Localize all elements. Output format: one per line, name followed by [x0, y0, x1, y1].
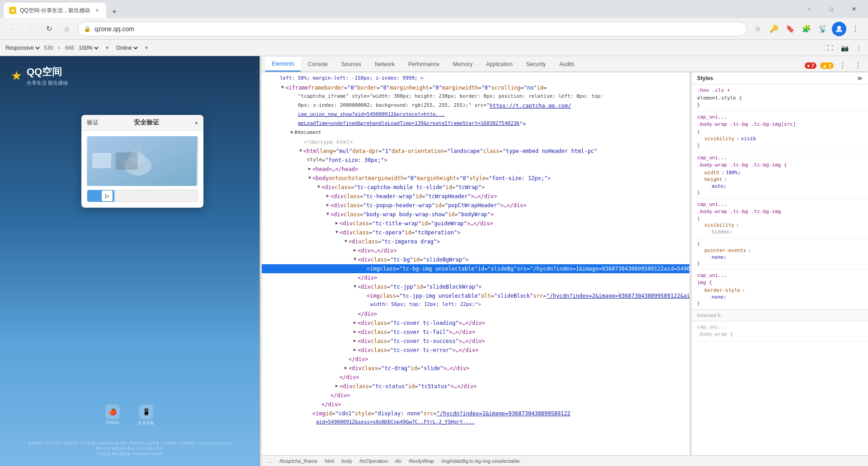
- html-tree-line[interactable]: left: 50%; margin-left: -150px; z-index:…: [262, 74, 689, 83]
- html-tree-line[interactable]: <head>…</head>: [262, 165, 689, 174]
- profile-button[interactable]: [832, 22, 846, 36]
- triangle-icon[interactable]: [334, 219, 340, 226]
- html-tree-line[interactable]: </div>: [262, 355, 689, 364]
- breadcrumb-item-html[interactable]: html: [325, 458, 334, 464]
- history-icon[interactable]: 🔑: [767, 22, 781, 36]
- devtools-tab-memory[interactable]: Memory: [447, 57, 479, 71]
- html-tree-line[interactable]: meLoadTime=undefined&prehandleLoadTime=1…: [262, 119, 689, 128]
- html-tree-line[interactable]: <div class="tc-bg" id="slideBgWrap">: [262, 255, 689, 264]
- triangle-icon[interactable]: [325, 210, 330, 217]
- triangle-icon[interactable]: [334, 382, 340, 389]
- tab-close-button[interactable]: ×: [94, 7, 101, 14]
- triangle-icon[interactable]: [343, 364, 349, 371]
- close-button[interactable]: ✕: [844, 2, 864, 16]
- reload-button[interactable]: ↻: [42, 22, 56, 36]
- zoom-selector[interactable]: 100%: [77, 44, 100, 52]
- html-tree-line[interactable]: <div class="tc-jpp" id="slideBlockWrap">: [262, 282, 689, 291]
- device-selector[interactable]: Responsive: [4, 44, 41, 52]
- devtools-options-button[interactable]: ⋮: [852, 59, 864, 71]
- html-tree-line[interactable]: <img id="cdn1" style="display: none" src…: [262, 409, 689, 418]
- triangle-icon[interactable]: [352, 328, 358, 335]
- captcha-slider-handle[interactable]: ▷: [102, 190, 113, 201]
- triangle-icon[interactable]: [325, 201, 330, 208]
- html-tree-selected-line[interactable]: <img class="tc-bg-img unselectable" id="…: [262, 264, 689, 273]
- triangle-icon[interactable]: [352, 319, 358, 326]
- devtools-tab-security[interactable]: Security: [520, 57, 552, 71]
- forward-button[interactable]: →: [24, 22, 38, 36]
- triangle-icon[interactable]: [343, 238, 349, 244]
- new-tab-button[interactable]: +: [108, 5, 121, 18]
- screenshot-button[interactable]: 📷: [839, 43, 850, 53]
- triangle-icon[interactable]: [298, 147, 303, 154]
- triangle-icon[interactable]: [280, 84, 285, 90]
- html-tree-line[interactable]: <div class="tc-cover tc-loading">…</div>: [262, 319, 689, 328]
- html-tree-line[interactable]: <div class="tc-opera" id="tcOperation">: [262, 228, 689, 237]
- bookmark-icon[interactable]: 🔖: [783, 22, 797, 36]
- devtools-tab-application[interactable]: Application: [480, 57, 519, 71]
- breadcrumb-item-div[interactable]: div: [395, 458, 401, 464]
- html-tree-line[interactable]: <div class="tc-cover tc-fail">…</div>: [262, 328, 689, 337]
- breadcrumb-item-slidebg[interactable]: img#slideBg.tc-bg-img.unselectable: [441, 458, 520, 464]
- html-tree-line[interactable]: </div>: [262, 400, 689, 409]
- menu-dots-button[interactable]: ⋮: [848, 22, 863, 36]
- devtools-more-button[interactable]: ⋮: [836, 59, 849, 71]
- html-tree-line[interactable]: cap_union_new_show?aid=549000912&protoco…: [262, 110, 689, 119]
- html-tree-line[interactable]: </div>: [262, 273, 689, 282]
- html-tree-line[interactable]: width: 56px; top: 12px; left: 22px;">: [262, 300, 689, 309]
- triangle-icon[interactable]: [334, 228, 340, 235]
- html-tree-line[interactable]: <div class="tc-header-wrap" id="tcWrapHe…: [262, 192, 689, 201]
- triangle-icon[interactable]: [289, 129, 294, 136]
- html-tree-line[interactable]: <div class="tc-title-wrap" id="guideWrap…: [262, 219, 689, 228]
- triangle-icon[interactable]: [352, 247, 358, 253]
- html-tree-line[interactable]: </div>: [262, 309, 689, 319]
- html-tree-line[interactable]: <body ontouchstart marginwidth="0" margi…: [262, 174, 689, 183]
- breadcrumb-item-tcoperation[interactable]: #tcOperation: [359, 458, 388, 464]
- triangle-icon[interactable]: [325, 192, 330, 199]
- html-tree-line[interactable]: <div class="tc-cover tc-error">…</div>: [262, 346, 689, 355]
- html-tree-line[interactable]: <div class="tc-cover tc-success">…</div>: [262, 337, 689, 346]
- html-tree-line[interactable]: </div>: [262, 391, 689, 400]
- devtools-tab-elements[interactable]: Elements: [265, 57, 301, 71]
- devtools-tab-audits[interactable]: Audits: [553, 57, 580, 71]
- html-tree-line[interactable]: <div class="body-wrap body-wrap-show" id…: [262, 210, 689, 219]
- html-tree-line[interactable]: <div class="tc-imgarea drag">: [262, 237, 689, 246]
- captcha-slider[interactable]: ▷: [87, 190, 198, 202]
- maximize-button[interactable]: □: [821, 2, 842, 16]
- triangle-icon[interactable]: [352, 283, 358, 290]
- triangle-icon[interactable]: [316, 183, 321, 190]
- html-tree-line[interactable]: </div>: [262, 373, 689, 382]
- network-selector[interactable]: Online: [114, 44, 139, 52]
- html-tree-line[interactable]: <div class="tc-drag" id="slide">…</div>: [262, 364, 689, 373]
- devtools-tab-performance[interactable]: Performance: [402, 57, 446, 71]
- device-toggle-button[interactable]: ⛶: [825, 43, 835, 53]
- triangle-icon[interactable]: [352, 346, 358, 353]
- triangle-icon[interactable]: [352, 256, 358, 262]
- breadcrumb-item-tcaptcha[interactable]: #tcaptcha_iframe: [279, 458, 317, 464]
- html-tree-line[interactable]: <html lang="mul" data-dpr="1" data-orien…: [262, 147, 689, 156]
- home-button[interactable]: ⌂: [60, 22, 74, 36]
- html-tree-line[interactable]: "tcaptcha_iframe" style="width: 300px; h…: [262, 92, 689, 101]
- devtools-tab-sources[interactable]: Sources: [335, 57, 368, 71]
- breadcrumb-item-body[interactable]: body: [341, 458, 352, 464]
- html-tree-line[interactable]: <iframe frameborder="0" border="0" margi…: [262, 83, 689, 92]
- more-options-button[interactable]: ⋮: [854, 43, 864, 53]
- captcha-close-button[interactable]: ×: [194, 119, 198, 126]
- triangle-icon[interactable]: [307, 165, 312, 172]
- extension-icon[interactable]: 🧩: [799, 22, 814, 36]
- html-tree-line[interactable]: <img class="tc-jpp-img unselectable" alt…: [262, 291, 689, 300]
- back-button[interactable]: ←: [5, 22, 20, 36]
- html-tree-line[interactable]: #document: [262, 128, 689, 138]
- html-tree-line[interactable]: <div class="tc-popup-header-wrap" id="po…: [262, 201, 689, 210]
- html-tree-panel[interactable]: left: 50%; margin-left: -150px; z-index:…: [262, 72, 690, 455]
- active-tab[interactable]: ★ QQ空间-分享生活，留住感动 ×: [4, 3, 106, 18]
- address-bar[interactable]: 🔒 qzone.qq.com: [78, 22, 747, 36]
- html-tree-line[interactable]: <div>…</div>: [262, 246, 689, 255]
- triangle-icon[interactable]: [352, 337, 358, 344]
- html-tree-line[interactable]: 0px; z-index: 2000000002; background: rg…: [262, 101, 689, 110]
- html-tree-line[interactable]: <!doctype html>: [262, 138, 689, 147]
- html-tree-line[interactable]: <div class="tc-status" id="tcStatus">…</…: [262, 382, 689, 391]
- bookmark-star-icon[interactable]: ☆: [750, 22, 765, 36]
- html-tree-line[interactable]: aid=549000912&sess=s0sNXECnp49Gw7C..FYrL…: [262, 418, 689, 427]
- breadcrumb-more[interactable]: …: [267, 458, 272, 464]
- cast-icon[interactable]: 📡: [816, 22, 830, 36]
